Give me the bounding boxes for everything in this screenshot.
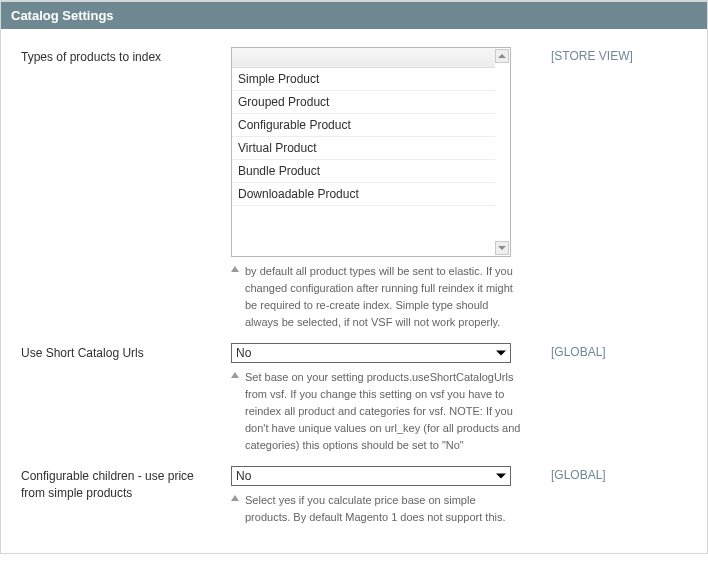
hint-text: Set base on your setting products.useSho…: [245, 369, 521, 454]
chevron-down-icon: [496, 351, 506, 356]
scope-label: [GLOBAL]: [521, 343, 687, 359]
panel-title: Catalog Settings: [1, 1, 707, 29]
multiselect-option[interactable]: Virtual Product: [232, 137, 495, 160]
select-value: No: [236, 469, 251, 483]
triangle-up-icon: [231, 372, 239, 378]
multiselect-option[interactable]: Configurable Product: [232, 114, 495, 137]
multiselect-option[interactable]: Grouped Product: [232, 91, 495, 114]
field-configurable-children-price: Configurable children - use price from s…: [21, 460, 687, 532]
hint-text: Select yes if you calculate price base o…: [245, 492, 521, 526]
multiselect-blank-option[interactable]: [232, 48, 495, 68]
field-label: Types of products to index: [21, 47, 231, 66]
scroll-up-button[interactable]: [495, 49, 509, 63]
panel-body: Types of products to index Simple Produc…: [1, 29, 707, 553]
scroll-down-button[interactable]: [495, 241, 509, 255]
triangle-down-icon: [498, 246, 506, 250]
scope-label: [GLOBAL]: [521, 466, 687, 482]
configurable-children-price-select[interactable]: No: [231, 466, 511, 486]
field-label: Configurable children - use price from s…: [21, 466, 231, 502]
field-hint: Set base on your setting products.useSho…: [231, 369, 521, 454]
select-value: No: [236, 346, 251, 360]
catalog-settings-panel: Catalog Settings Types of products to in…: [0, 0, 708, 554]
hint-text: by default all product types will be sen…: [245, 263, 521, 331]
multiselect-option[interactable]: Simple Product: [232, 68, 495, 91]
field-hint: by default all product types will be sen…: [231, 263, 521, 331]
multiselect-option[interactable]: Downloadable Product: [232, 183, 495, 206]
short-catalog-urls-select[interactable]: No: [231, 343, 511, 363]
field-label: Use Short Catalog Urls: [21, 343, 231, 362]
chevron-down-icon: [496, 474, 506, 479]
field-hint: Select yes if you calculate price base o…: [231, 492, 521, 526]
scope-label: [STORE VIEW]: [521, 47, 687, 63]
triangle-up-icon: [231, 495, 239, 501]
types-to-index-multiselect[interactable]: Simple Product Grouped Product Configura…: [231, 47, 511, 257]
multiselect-option[interactable]: Bundle Product: [232, 160, 495, 183]
field-short-catalog-urls: Use Short Catalog Urls No Set base on yo…: [21, 337, 687, 460]
field-types-to-index: Types of products to index Simple Produc…: [21, 41, 687, 337]
triangle-up-icon: [498, 54, 506, 58]
triangle-up-icon: [231, 266, 239, 272]
